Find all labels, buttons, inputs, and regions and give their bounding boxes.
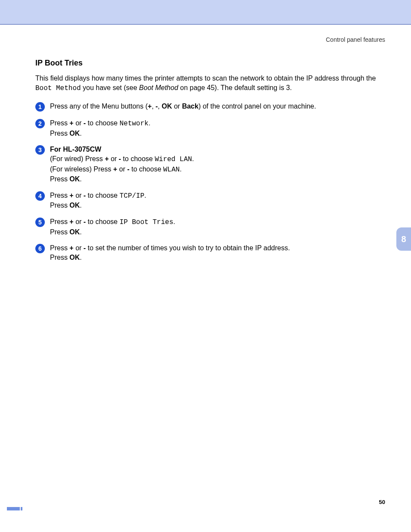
step-text: to choose [129, 165, 163, 173]
step-body: For HL-3075CW(For wired) Press + or - to… [50, 145, 194, 184]
step-text: (For wireless) Press [50, 165, 113, 173]
step-body: Press any of the Menu buttons (+, -, OK … [50, 102, 316, 111]
step-text: . [80, 228, 81, 236]
step-text: Press [50, 130, 69, 137]
step-text: to set the number of times you wish to t… [86, 244, 290, 252]
step-text: to choose [86, 119, 119, 127]
step-text: Press [50, 175, 69, 183]
step-text: . [80, 175, 81, 183]
step-text: + [69, 192, 73, 199]
step-text: or [74, 119, 84, 127]
step-text: or [74, 218, 84, 225]
step-text: OK [69, 254, 80, 261]
footer-accent [21, 507, 22, 510]
step-text: . [80, 254, 81, 261]
step-text: + [113, 165, 117, 173]
step-number-icon: 1 [35, 102, 45, 112]
step-body: Press + or - to choose IP Boot Tries.Pre… [50, 217, 175, 236]
step-text: Wired LAN [155, 156, 192, 163]
step-text: . [173, 218, 175, 225]
step-text: Back [182, 103, 198, 110]
step-text: . [180, 165, 181, 173]
step-text: OK [162, 103, 172, 110]
boot-method-mono: Boot Method [35, 84, 81, 92]
step-number-icon: 5 [35, 218, 45, 227]
step-text: to choose [86, 218, 119, 225]
step-item: 4Press + or - to choose TCP/IP.Press OK. [35, 191, 380, 210]
step-text: OK [69, 175, 80, 183]
step-text: OK [69, 202, 80, 209]
step-text: . [80, 130, 81, 137]
step-text: (For wired) Press [50, 155, 105, 162]
step-item: 3For HL-3075CW(For wired) Press + or - t… [35, 145, 380, 184]
intro-text: you have set (see [81, 84, 139, 91]
step-text: Network [119, 120, 148, 128]
step-item: 6Press + or - to set the number of times… [35, 243, 380, 262]
step-text: Press [50, 192, 69, 199]
step-text: , [152, 103, 156, 110]
step-item: 1Press any of the Menu buttons (+, -, OK… [35, 102, 380, 112]
step-text: . [144, 192, 146, 199]
step-text: to choose [121, 155, 155, 162]
footer-accent [7, 507, 20, 510]
step-text: . [80, 202, 81, 209]
step-text: or [109, 155, 118, 162]
step-item: 2Press + or - to choose Network.Press OK… [35, 118, 380, 138]
step-text: or [172, 103, 182, 110]
boot-method-italic: Boot Method [139, 84, 178, 91]
step-text: Press any of the Menu buttons ( [50, 103, 148, 110]
step-text: or [74, 192, 84, 199]
step-text: Press [50, 244, 69, 252]
step-text: + [69, 119, 73, 127]
step-text: Press [50, 119, 69, 127]
step-text: , [158, 103, 162, 110]
page-content: IP Boot Tries This field displays how ma… [35, 59, 380, 269]
step-item: 5Press + or - to choose IP Boot Tries.Pr… [35, 217, 380, 236]
step-number-icon: 2 [35, 119, 45, 128]
step-text: . [192, 155, 194, 162]
step-text: to choose [86, 192, 119, 199]
step-text: OK [69, 228, 80, 236]
intro-paragraph: This field displays how many times the p… [35, 74, 380, 93]
intro-text: This field displays how many times the p… [35, 75, 376, 82]
intro-text: on page 45). The default setting is 3. [178, 84, 292, 91]
step-text: or [117, 165, 127, 173]
step-text: Press [50, 254, 69, 261]
step-text: + [69, 218, 73, 225]
section-title: IP Boot Tries [35, 59, 380, 68]
step-text: TCP/IP [119, 192, 144, 200]
step-text: WLAN [163, 166, 180, 174]
steps-list: 1Press any of the Menu buttons (+, -, OK… [35, 102, 380, 262]
step-text: Press [50, 218, 69, 225]
step-body: Press + or - to choose TCP/IP.Press OK. [50, 191, 146, 210]
step-body: Press + or - to set the number of times … [50, 243, 290, 262]
step-text: Press [50, 228, 69, 236]
step-number-icon: 6 [35, 244, 45, 253]
step-text: OK [69, 130, 80, 137]
page-number: 50 [379, 499, 385, 505]
step-text: ) of the control panel on your machine. [199, 103, 316, 110]
chapter-tab: 8 [396, 227, 411, 251]
step-number-icon: 4 [35, 191, 45, 201]
top-banner [0, 0, 411, 25]
step-number-icon: 3 [35, 145, 45, 155]
step-text: For HL-3075CW [50, 146, 101, 153]
step-text: IP Boot Tries [119, 218, 173, 226]
running-header: Control panel features [326, 36, 385, 43]
step-text: + [148, 103, 152, 110]
step-body: Press + or - to choose Network.Press OK. [50, 118, 150, 138]
step-text: or [74, 244, 84, 252]
step-text: + [69, 244, 73, 252]
step-text: Press [50, 202, 69, 209]
step-text: . [149, 119, 150, 127]
